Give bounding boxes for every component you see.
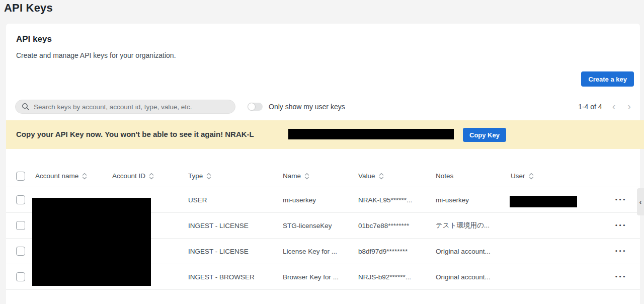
column-label: Account name [35, 172, 78, 180]
row-actions-button[interactable]: ••• [613, 195, 628, 204]
cell-type: INGEST - BROWSER [188, 273, 283, 281]
cell-value: NRJS-b92******... [358, 273, 436, 281]
only-my-keys-toggle[interactable] [248, 103, 263, 111]
cell-value: b8df97d9******** [358, 248, 436, 255]
panel-description: Create and manage API keys for your orga… [16, 51, 176, 59]
row-checkbox[interactable] [16, 221, 25, 230]
cell-notes: mi-userkey [436, 196, 511, 204]
panel-heading: API keys [16, 34, 52, 44]
column-header-account-name[interactable]: Account name [35, 172, 112, 180]
cell-name: STG-licenseKey [283, 222, 358, 230]
column-label: Name [283, 172, 301, 180]
banner-message: Copy your API Key now. You won't be able… [16, 130, 254, 138]
column-label: Account ID [112, 172, 145, 180]
redacted-account-info [32, 198, 151, 286]
cell-type: INGEST - LICENSE [188, 222, 283, 230]
pagination-next-icon[interactable]: › [627, 101, 631, 113]
select-all-checkbox[interactable] [16, 172, 25, 181]
column-label: Type [188, 172, 203, 180]
cell-notes: Original account... [436, 273, 511, 281]
row-actions-button[interactable]: ••• [613, 221, 628, 230]
column-label: Value [358, 172, 375, 180]
sort-icon[interactable] [379, 173, 384, 180]
table-header-row: Account name Account ID Type Name Value … [6, 165, 640, 187]
sort-icon[interactable] [304, 173, 309, 180]
cell-value: NRAK-L95******... [358, 196, 436, 204]
redacted-api-key [288, 129, 454, 139]
sort-icon[interactable] [149, 173, 154, 180]
api-key-banner: Copy your API Key now. You won't be able… [6, 120, 644, 149]
pagination-prev-icon[interactable]: ‹ [612, 101, 616, 113]
row-checkbox[interactable] [16, 195, 25, 204]
column-header-account-id[interactable]: Account ID [112, 172, 188, 180]
table-controls: Only show my user keys 1-4 of 4 ‹ › [15, 100, 631, 114]
copy-key-button[interactable]: Copy Key [463, 128, 506, 142]
column-header-name[interactable]: Name [283, 172, 358, 180]
column-header-user[interactable]: User [511, 172, 604, 180]
pagination: 1-4 of 4 ‹ › [578, 101, 631, 113]
row-actions-button[interactable]: ••• [613, 272, 628, 281]
api-keys-panel: API keys Create and manage API keys for … [6, 24, 640, 304]
collapse-panel-chevron-icon[interactable]: ‹ [637, 188, 644, 215]
column-label: Notes [436, 172, 453, 180]
search-box[interactable] [15, 100, 235, 114]
cell-type: INGEST - LICENSE [188, 248, 283, 255]
toggle-label: Only show my user keys [269, 103, 345, 111]
cell-name: Browser Key for ... [283, 273, 358, 281]
column-header-type[interactable]: Type [188, 172, 283, 180]
cell-notes: テスト環境用の... [436, 221, 511, 230]
redacted-user [510, 196, 577, 207]
sort-icon[interactable] [206, 173, 211, 180]
search-icon [22, 103, 30, 111]
cell-notes: Original account... [436, 248, 511, 255]
column-header-value[interactable]: Value [358, 172, 436, 180]
search-input[interactable] [34, 103, 229, 111]
row-checkbox[interactable] [16, 272, 25, 281]
column-header-notes: Notes [436, 172, 511, 180]
cell-value: 01bc7e88******** [358, 222, 436, 230]
cell-type: USER [188, 196, 283, 204]
toggle-knob [248, 103, 255, 110]
sort-icon[interactable] [529, 173, 534, 180]
cell-name: mi-userkey [283, 196, 358, 204]
pagination-range: 1-4 of 4 [578, 103, 602, 111]
column-label: User [511, 172, 525, 180]
sort-icon[interactable] [82, 173, 87, 180]
cell-name: License Key for ... [283, 248, 358, 255]
create-key-button[interactable]: Create a key [581, 71, 634, 87]
page-title: API Keys [4, 2, 53, 15]
row-checkbox[interactable] [16, 247, 25, 256]
row-actions-button[interactable]: ••• [613, 247, 628, 256]
